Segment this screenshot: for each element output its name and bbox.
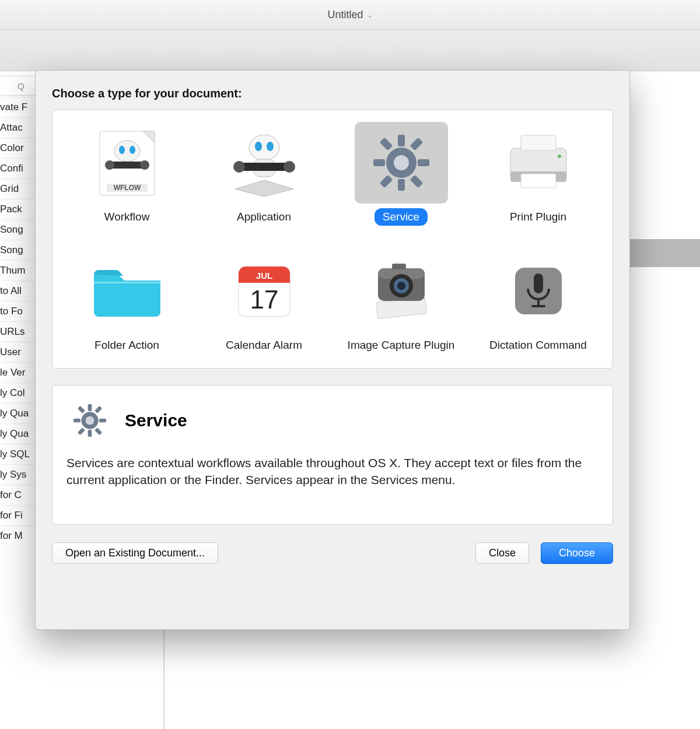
close-button[interactable]: Close xyxy=(475,542,529,564)
sheet-button-row: Open an Existing Document... Close Choos… xyxy=(52,542,613,564)
sheet-heading: Choose a type for your document: xyxy=(52,87,613,100)
type-dictation-command[interactable]: Dictation Command xyxy=(470,244,607,356)
svg-point-5 xyxy=(119,146,125,154)
svg-point-32 xyxy=(558,155,561,158)
description-text: Services are contextual workflows availa… xyxy=(66,454,598,489)
title-dropdown-icon[interactable]: ⌄ xyxy=(367,11,373,19)
description-title: Service xyxy=(125,411,187,430)
window-titlebar: Untitled ⌄ xyxy=(0,0,700,30)
svg-rect-50 xyxy=(88,404,92,411)
type-label: Calendar Alarm xyxy=(218,337,310,354)
svg-point-49 xyxy=(86,416,94,425)
svg-rect-57 xyxy=(78,427,85,435)
svg-point-19 xyxy=(394,155,409,170)
svg-rect-33 xyxy=(94,282,160,283)
svg-rect-55 xyxy=(78,405,85,413)
svg-text:17: 17 xyxy=(250,285,278,314)
svg-rect-22 xyxy=(373,159,385,166)
search-icon: Q xyxy=(18,81,24,91)
divider xyxy=(163,618,164,729)
svg-point-42 xyxy=(397,282,405,290)
svg-rect-20 xyxy=(398,135,405,146)
svg-rect-54 xyxy=(94,405,102,413)
document-type-sheet: Choose a type for your document: WFLOW xyxy=(35,70,630,630)
svg-rect-31 xyxy=(521,174,556,188)
type-application[interactable]: Application xyxy=(195,116,332,228)
svg-rect-47 xyxy=(531,305,545,307)
svg-rect-27 xyxy=(379,175,393,188)
svg-rect-24 xyxy=(410,138,423,151)
svg-rect-29 xyxy=(521,135,556,150)
toolbar xyxy=(0,30,700,71)
type-service[interactable]: Service xyxy=(332,116,470,228)
description-box: Service Services are contextual workflow… xyxy=(52,385,613,525)
camera-icon xyxy=(355,250,448,332)
svg-point-4 xyxy=(114,141,140,162)
type-label: Print Plugin xyxy=(502,208,575,226)
type-label: Dictation Command xyxy=(481,337,595,354)
svg-rect-26 xyxy=(410,175,423,188)
svg-point-6 xyxy=(130,146,135,154)
folder-icon xyxy=(80,250,174,332)
application-icon xyxy=(218,122,311,204)
svg-rect-56 xyxy=(94,427,102,435)
svg-rect-51 xyxy=(88,430,92,437)
type-image-capture-plugin[interactable]: Image Capture Plugin xyxy=(332,244,470,356)
type-label: Folder Action xyxy=(86,337,167,354)
svg-point-16 xyxy=(233,161,245,173)
svg-rect-45 xyxy=(534,274,543,293)
svg-marker-10 xyxy=(235,180,293,197)
svg-point-11 xyxy=(249,135,279,160)
svg-point-12 xyxy=(255,142,262,151)
svg-point-9 xyxy=(140,160,149,170)
open-existing-button[interactable]: Open an Existing Document... xyxy=(52,542,218,564)
choose-button[interactable]: Choose xyxy=(541,542,613,564)
type-label: Service xyxy=(374,208,428,226)
type-workflow[interactable]: WFLOW Workflow xyxy=(58,116,195,228)
printer-icon xyxy=(492,122,585,204)
svg-rect-15 xyxy=(238,163,290,171)
svg-text:WFLOW: WFLOW xyxy=(113,184,141,192)
svg-rect-25 xyxy=(379,138,393,151)
microphone-icon xyxy=(492,250,585,332)
type-print-plugin[interactable]: Print Plugin xyxy=(470,116,607,228)
svg-rect-21 xyxy=(398,179,405,191)
svg-rect-52 xyxy=(74,418,80,422)
svg-point-17 xyxy=(284,161,295,173)
type-label: Workflow xyxy=(96,208,158,226)
type-label: Image Capture Plugin xyxy=(340,337,463,354)
svg-rect-53 xyxy=(99,418,106,422)
gear-icon xyxy=(66,397,113,444)
calendar-icon: JUL 17 xyxy=(218,250,311,332)
svg-point-8 xyxy=(105,160,114,170)
type-folder-action[interactable]: Folder Action xyxy=(58,244,195,356)
service-icon xyxy=(355,122,448,204)
type-grid: WFLOW Workflow xyxy=(52,110,613,369)
type-calendar-alarm[interactable]: JUL 17 Calendar Alarm xyxy=(195,244,332,356)
svg-rect-43 xyxy=(392,264,406,269)
svg-text:JUL: JUL xyxy=(256,271,272,281)
window-title: Untitled xyxy=(327,9,363,21)
svg-point-13 xyxy=(267,142,274,151)
workflow-icon: WFLOW xyxy=(80,122,174,204)
type-label: Application xyxy=(229,208,299,226)
svg-rect-46 xyxy=(537,298,540,305)
svg-rect-23 xyxy=(418,159,429,166)
